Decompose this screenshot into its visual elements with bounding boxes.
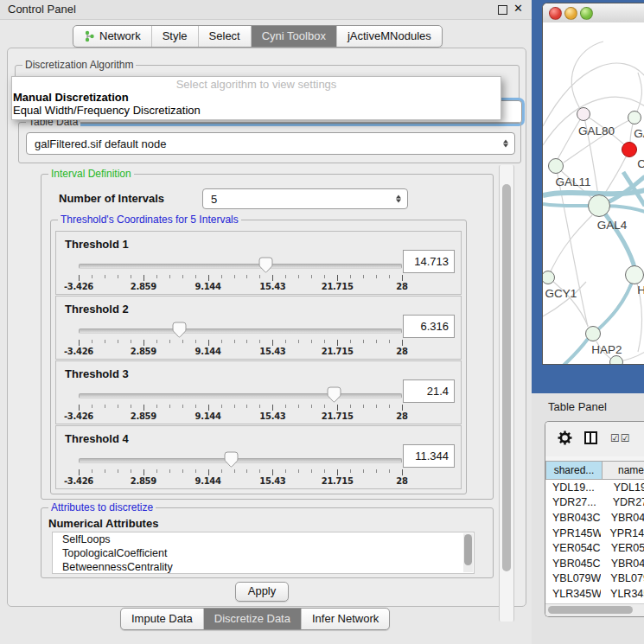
network-node[interactable]	[585, 326, 601, 341]
slider-tick-label: 15.43	[259, 411, 285, 421]
table-cell[interactable]: YLR345W	[546, 588, 601, 600]
slider-tick	[234, 405, 235, 408]
threshold-slider[interactable]: -3.4262.8599.14415.4321.71528	[79, 322, 402, 355]
slider-tick	[337, 275, 338, 281]
attribute-list-item[interactable]: SelfLoops	[53, 532, 474, 546]
threshold-slider[interactable]: -3.4262.8599.14415.4321.71528	[79, 452, 402, 485]
table-cell[interactable]: YBR045C	[546, 558, 602, 570]
table-cell[interactable]: YDR27...	[603, 496, 644, 508]
table-cell[interactable]: YBR043C	[546, 512, 602, 524]
network-node[interactable]	[609, 355, 623, 364]
table-row[interactable]: YPR145WYPR145W	[546, 526, 644, 541]
threshold-value-field[interactable]: 14.713	[403, 250, 455, 273]
table-cell[interactable]: YDR27...	[546, 496, 603, 508]
slider-tick	[195, 340, 196, 343]
scrollbar-thumb[interactable]	[502, 184, 511, 571]
close-icon[interactable]: ✕	[513, 2, 523, 15]
node-table-body[interactable]: YDL19...YDL19...YDR27...YDR27...YBR043CY…	[546, 480, 644, 603]
scrollbar-thumb[interactable]	[548, 606, 633, 614]
tab-network[interactable]: Network	[73, 26, 152, 47]
table-horizontal-scrollbar[interactable]	[545, 603, 644, 616]
tab-jactivemnodules[interactable]: jActiveMNodules	[337, 26, 442, 47]
attribute-list-item[interactable]: TopologicalCoefficient	[53, 546, 474, 560]
table-cell[interactable]: YPR145W	[601, 527, 644, 539]
threshold-row: Threshold 3 -3.4262.8599.14415.4321.7152…	[55, 360, 462, 424]
top-tab-bar: Network Style Select Cyni Toolbox jActiv…	[73, 25, 443, 48]
table-cell[interactable]: YDL19...	[604, 481, 644, 494]
control-panel: Control Panel ✕ Network Style Select Cyn…	[0, 0, 532, 644]
network-node[interactable]	[577, 107, 590, 121]
zoom-traffic-light-icon[interactable]	[580, 7, 593, 20]
popup-item-equal-width-frequency[interactable]: Equal Width/Frequency Discretization	[13, 104, 201, 117]
network-node-label: GCY1	[545, 287, 577, 300]
slider-handle[interactable]	[258, 257, 273, 273]
slider-handle[interactable]	[172, 322, 187, 338]
slider-tick	[246, 469, 247, 473]
scrollbar-thumb[interactable]	[464, 534, 472, 565]
table-data-combobox[interactable]: galFiltered.sif default node	[26, 132, 515, 155]
threshold-value-field[interactable]: 21.4	[403, 379, 455, 403]
table-row[interactable]: YER054CYER054C	[546, 540, 644, 556]
table-cell[interactable]: YER054C	[546, 542, 602, 554]
network-node[interactable]	[628, 111, 641, 124]
number-of-intervals-combobox[interactable]: 5	[202, 188, 408, 209]
threshold-value-field[interactable]: 6.316	[403, 315, 455, 338]
table-cell[interactable]: YBR045C	[602, 558, 644, 570]
gear-icon[interactable]	[558, 430, 572, 445]
table-cell[interactable]: YBR043C	[602, 512, 644, 524]
tab-select[interactable]: Select	[199, 26, 252, 47]
tab-impute-data[interactable]: Impute Data	[121, 609, 204, 629]
column-header-shared-name[interactable]: shared...	[545, 461, 603, 480]
network-node-label: GAL4	[597, 219, 628, 232]
attributes-list[interactable]: SelfLoopsTopologicalCoefficientBetweenne…	[52, 532, 475, 574]
column-header-name[interactable]: name	[603, 461, 644, 480]
slider-track[interactable]	[79, 458, 402, 463]
table-cell[interactable]: YER054C	[602, 542, 644, 554]
table-row[interactable]: YBR045CYBR045C	[546, 556, 644, 571]
table-row[interactable]: YBL079WYBL079W	[546, 571, 644, 587]
slider-tick-label: -3.426	[64, 411, 93, 421]
float-icon[interactable]	[498, 5, 507, 15]
apply-button[interactable]: Apply	[235, 582, 289, 602]
network-node[interactable]	[588, 194, 610, 217]
slider-handle[interactable]	[224, 451, 239, 468]
table-row[interactable]: YDL19...YDL19...	[546, 480, 644, 495]
slider-tick-label: -3.426	[64, 282, 93, 291]
threshold-slider[interactable]: -3.4262.8599.14415.4321.71528	[79, 258, 402, 290]
split-columns-icon[interactable]	[584, 431, 597, 444]
table-cell[interactable]: YPR145W	[546, 527, 601, 539]
checkbox-columns-icon[interactable]: ☑☑	[610, 432, 631, 444]
panel-scrollbar[interactable]	[499, 165, 514, 622]
attributes-scrollbar[interactable]	[463, 533, 473, 572]
slider-tick	[298, 275, 299, 278]
slider-tick	[131, 405, 131, 408]
slider-tick-label: 2.859	[131, 411, 156, 421]
slider-track[interactable]	[79, 393, 402, 399]
slider-track[interactable]	[79, 264, 402, 269]
slider-tick	[350, 469, 351, 473]
network-canvas[interactable]: GAL80GACGAL11GAL4GCY1HHAP2	[543, 22, 644, 364]
table-row[interactable]: YDR27...YDR27...	[546, 495, 644, 511]
network-node[interactable]	[625, 265, 644, 284]
network-node[interactable]	[622, 142, 637, 157]
tab-cyni-toolbox[interactable]: Cyni Toolbox	[252, 26, 337, 47]
tab-discretize-data[interactable]: Discretize Data	[204, 609, 302, 629]
table-cell[interactable]: YLR345W	[601, 588, 644, 600]
slider-track[interactable]	[79, 328, 402, 334]
table-cell[interactable]: YDL19...	[546, 481, 604, 494]
tab-style[interactable]: Style	[152, 26, 199, 47]
tab-infer-network[interactable]: Infer Network	[302, 609, 389, 629]
table-cell[interactable]: YBL079W	[546, 572, 601, 584]
popup-item-manual-discretization[interactable]: Manual Discretization	[13, 91, 129, 104]
table-row[interactable]: YBR043CYBR043C	[546, 510, 644, 526]
threshold-slider[interactable]: -3.4262.8599.14415.4321.71528	[79, 387, 402, 420]
minimize-traffic-light-icon[interactable]	[564, 7, 577, 20]
slider-tick	[350, 275, 351, 278]
threshold-value-field[interactable]: 11.344	[403, 444, 455, 468]
close-traffic-light-icon[interactable]	[549, 7, 562, 20]
slider-handle[interactable]	[327, 386, 341, 403]
network-node[interactable]	[548, 158, 564, 174]
table-row[interactable]: YLR345WYLR345W	[546, 586, 644, 602]
attribute-list-item[interactable]: BetweennessCentrality	[53, 560, 474, 574]
table-cell[interactable]: YBL079W	[601, 572, 644, 584]
